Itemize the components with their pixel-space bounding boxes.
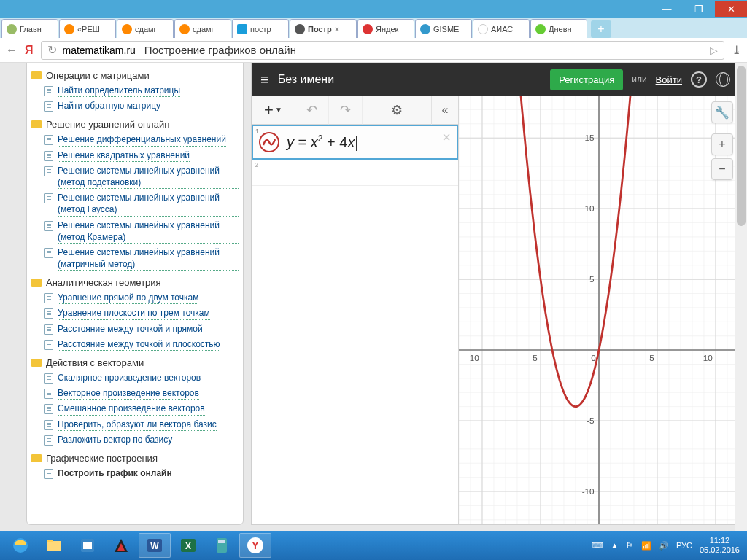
url-domain: matematikam.ru xyxy=(63,44,136,56)
tab-1[interactable]: «РЕШ xyxy=(59,19,116,38)
browser-tabs: Главн «РЕШ сдамг сдамг постр Постр× Янде… xyxy=(0,18,747,38)
sidebar-group-matrices[interactable]: Операции с матрицами xyxy=(31,68,239,83)
tray-clock[interactable]: 11:12 05.02.2016 xyxy=(700,536,740,555)
sidebar-link[interactable]: Решение системы линейных уравнений (мето… xyxy=(58,192,239,216)
taskbar-yandex[interactable]: Y xyxy=(239,533,271,558)
graph-settings-icon[interactable]: 🔧 xyxy=(711,101,733,123)
sidebar-link[interactable]: Уравнение плоскости по трем точкам xyxy=(58,307,210,319)
zoom-out-button[interactable]: − xyxy=(711,158,733,180)
sidebar-link-current[interactable]: Построить график онлайн xyxy=(58,467,172,479)
url-bookmark-icon[interactable]: ▷ xyxy=(710,44,718,56)
taskbar-app3[interactable] xyxy=(71,533,104,558)
sidebar-group-graphics[interactable]: Графические построения xyxy=(31,451,239,466)
undo-button[interactable]: ↶ xyxy=(295,96,329,125)
new-tab-button[interactable]: + xyxy=(591,20,611,38)
svg-text:-10: -10 xyxy=(582,486,595,496)
add-expr-button[interactable]: +▼ xyxy=(252,96,295,125)
taskbar-word[interactable]: W xyxy=(139,533,171,558)
yandex-icon[interactable]: Я xyxy=(25,44,34,57)
redo-button[interactable]: ↷ xyxy=(329,96,363,125)
graph-canvas[interactable]: -10-50510-10-551015 🔧 + − xyxy=(459,96,739,524)
help-icon[interactable]: ? xyxy=(691,71,707,88)
collapse-panel-button[interactable]: « xyxy=(432,96,458,125)
expression-row-1[interactable]: 1 y = x2 + 4x × xyxy=(252,125,458,160)
address-bar: ← Я ↻ matematikam.ru Построение графиков… xyxy=(0,38,747,63)
sidebar-link[interactable]: Решение дифференциальных уравнений xyxy=(58,133,226,146)
tray-up-icon[interactable]: ▲ xyxy=(611,541,619,550)
folder-icon xyxy=(31,71,42,79)
sidebar-link[interactable]: Разложить вектор по базису xyxy=(58,434,172,446)
sidebar-link[interactable]: Смешанное произведение векторов xyxy=(58,402,205,415)
back-button[interactable]: ← xyxy=(6,44,18,57)
sidebar-link[interactable]: Найти определитель матрицы xyxy=(58,85,180,97)
menu-icon[interactable]: ≡ xyxy=(260,71,269,88)
svg-rect-82 xyxy=(47,541,61,551)
sidebar-group-vectors[interactable]: Действия с векторами xyxy=(31,355,239,370)
login-link[interactable]: Войти xyxy=(656,74,682,85)
doc-icon xyxy=(44,435,53,446)
downloads-icon[interactable]: ⤓ xyxy=(732,43,741,57)
language-icon[interactable] xyxy=(716,72,730,87)
tab-5[interactable]: Постр× xyxy=(290,19,357,38)
window-minimize[interactable]: — xyxy=(651,1,683,17)
sidebar-link[interactable]: Найти обратную матрицу xyxy=(58,100,160,112)
sidebar-link[interactable]: Скалярное произведение векторов xyxy=(58,372,201,384)
delete-expr-icon[interactable]: × xyxy=(442,129,451,146)
tray-flag-icon[interactable]: 🏳 xyxy=(626,541,634,550)
sidebar-link[interactable]: Уравнение прямой по двум точкам xyxy=(58,292,198,304)
expr-color-badge[interactable] xyxy=(259,132,279,152)
sidebar-link[interactable]: Решение системы линейных уравнений (мето… xyxy=(58,165,239,189)
taskbar-excel[interactable]: X xyxy=(172,533,204,558)
expr-toolbar: +▼ ↶ ↷ ⚙ « xyxy=(252,96,458,125)
tab-7[interactable]: GISME xyxy=(415,19,472,38)
sidebar-link[interactable]: Расстояние между точкой и прямой xyxy=(58,323,203,335)
window-close[interactable]: ✕ xyxy=(715,1,747,17)
tab-2[interactable]: сдамг xyxy=(117,19,174,38)
sidebar-link[interactable]: Решение системы линейных уравнений (матр… xyxy=(58,246,239,271)
tab-9[interactable]: Дневн xyxy=(530,19,587,38)
page-scrollbar[interactable] xyxy=(735,63,747,531)
taskbar-ie[interactable] xyxy=(4,533,36,558)
tray-keyboard-icon[interactable]: ⌨ xyxy=(592,541,603,551)
doc-icon xyxy=(44,248,53,258)
tab-close-icon[interactable]: × xyxy=(335,25,339,34)
tab-8[interactable]: АИАС xyxy=(473,19,530,38)
tab-3[interactable]: сдамг xyxy=(174,19,231,38)
tray-volume-icon[interactable]: 🔊 xyxy=(659,541,669,551)
taskbar-explorer[interactable] xyxy=(38,533,70,558)
svg-text:15: 15 xyxy=(585,133,595,142)
expression-row-2[interactable]: 2 xyxy=(252,160,458,186)
doc-icon xyxy=(44,324,53,335)
tab-0[interactable]: Главн xyxy=(1,19,58,38)
svg-text:W: W xyxy=(150,541,159,551)
window-maximize[interactable]: ❐ xyxy=(683,1,715,17)
sidebar-group-equations[interactable]: Решение уравнений онлайн xyxy=(31,117,239,132)
sidebar-link[interactable]: Расстояние между точкой и плоскостью xyxy=(58,338,220,351)
sidebar-link[interactable]: Решение системы линейных уравнений (мето… xyxy=(58,219,239,244)
refresh-icon[interactable]: ↻ xyxy=(47,43,57,57)
url-field[interactable]: ↻ matematikam.ru Построение графиков онл… xyxy=(41,41,725,60)
doc-icon xyxy=(44,135,53,145)
doc-icon xyxy=(44,373,53,384)
tray-network-icon[interactable]: 📶 xyxy=(641,541,651,551)
svg-text:5: 5 xyxy=(589,274,595,284)
sidebar-link[interactable]: Векторное произведение векторов xyxy=(58,387,199,400)
folder-icon xyxy=(31,120,42,128)
window-titlebar: — ❐ ✕ xyxy=(0,0,747,18)
zoom-in-button[interactable]: + xyxy=(711,133,733,155)
sidebar-link[interactable]: Решение квадратных уравнений xyxy=(58,149,190,162)
settings-button[interactable]: ⚙ xyxy=(363,96,432,125)
taskbar-calc[interactable] xyxy=(206,533,238,558)
sidebar-link[interactable]: Проверить, образуют ли вектора базис xyxy=(58,419,217,431)
tab-4[interactable]: постр xyxy=(232,19,289,38)
tab-6[interactable]: Яндек xyxy=(357,19,414,38)
doc-icon xyxy=(44,420,53,430)
expr-formula[interactable]: y = x2 + 4x xyxy=(287,133,357,151)
tray-language[interactable]: РУС xyxy=(676,541,692,550)
taskbar-app4[interactable] xyxy=(105,533,137,558)
register-button[interactable]: Регистрация xyxy=(550,69,623,90)
expression-panel: +▼ ↶ ↷ ⚙ « 1 y = x2 + 4x × xyxy=(252,96,459,524)
svg-text:0: 0 xyxy=(591,353,596,362)
svg-text:Y: Y xyxy=(252,540,259,551)
sidebar-group-geometry[interactable]: Аналитическая геометрия xyxy=(31,275,239,290)
